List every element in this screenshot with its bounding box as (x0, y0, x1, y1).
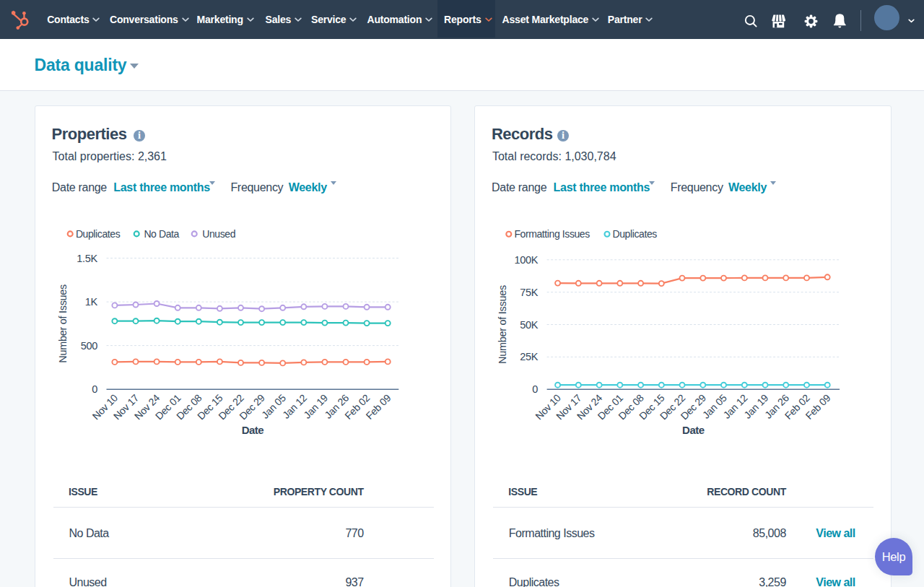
svg-text:Duplicates: Duplicates (613, 228, 658, 240)
svg-text:50K: 50K (520, 318, 539, 330)
svg-text:0: 0 (533, 383, 539, 395)
svg-text:Duplicates: Duplicates (76, 227, 121, 239)
svg-text:Date: Date (242, 423, 264, 435)
svg-text:100K: 100K (515, 254, 539, 266)
svg-text:0: 0 (92, 383, 97, 395)
svg-text:500: 500 (81, 339, 98, 351)
svg-text:1K: 1K (85, 296, 98, 308)
svg-text:No Data: No Data (144, 227, 179, 239)
svg-text:Unused: Unused (202, 227, 235, 239)
svg-text:Date: Date (682, 423, 705, 435)
svg-text:Formatting Issues: Formatting Issues (515, 228, 590, 240)
svg-text:25K: 25K (520, 351, 539, 362)
svg-text:Number of Issues: Number of Issues (57, 284, 69, 363)
svg-text:Number of Issues: Number of Issues (497, 285, 508, 364)
svg-text:75K: 75K (520, 286, 539, 297)
svg-text:1.5K: 1.5K (77, 252, 97, 264)
